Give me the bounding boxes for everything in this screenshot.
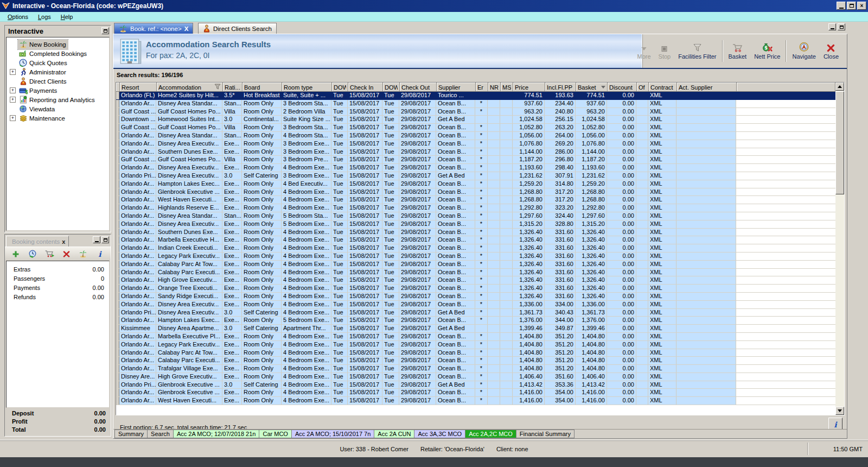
table-row[interactable]: Orlando Ar...Sandy Ridge Executi...Exe..…	[116, 293, 835, 301]
booking-contents-row[interactable]: Extras0.00	[7, 264, 109, 274]
navigate-button[interactable]: Navigate	[788, 41, 819, 61]
expand-icon[interactable]: +	[10, 97, 16, 103]
table-row[interactable]: Orlando Ar...Indian Creek Executi...Exe.…	[116, 244, 835, 253]
filter-icon[interactable]	[214, 84, 221, 91]
table-row[interactable]: Orlando Ar...Disney Area Standar...Stan.…	[116, 212, 835, 220]
sidebar-item-completed-bookings[interactable]: Completed Bookings	[7, 49, 109, 58]
table-row[interactable]: KissimmeeDisney Area Apartme...3.0Self C…	[116, 325, 835, 333]
table-row[interactable]: Orlando Ar...Calabay Parc At Tow...Exe..…	[116, 349, 835, 357]
table-row[interactable]: Orlando Ar...Calabay Parc At Tow...Exe..…	[116, 261, 835, 269]
table-row[interactable]: Orlando Ar...Legacy Park Executiv...Exe.…	[116, 341, 835, 349]
bottom-tab-financial-summary[interactable]: Financial Summary	[516, 430, 575, 438]
maximize-tab-button[interactable]	[838, 23, 845, 30]
bottom-tab-search[interactable]: Search	[148, 430, 174, 438]
bottom-tab-acc-2a-2c-mco[interactable]: Acc 2A,2C MCO	[465, 430, 516, 438]
column-header-resort[interactable]: Resort	[120, 83, 157, 92]
table-row[interactable]: Disney Are...High Grove Executiv...Exe..…	[116, 373, 835, 381]
table-row[interactable]: Orlando Ar...Disney Area Executiv...Exe.…	[116, 164, 835, 172]
minimize-tab-button[interactable]	[828, 23, 836, 30]
table-row[interactable]: Orlando Ar...Disney Area Executiv...Exe.…	[116, 301, 835, 309]
booking-contents-row[interactable]: Refunds0.00	[7, 292, 109, 301]
booking-contents-row[interactable]: Passengers0	[7, 274, 109, 283]
nett-price-button[interactable]: $Nett Price	[750, 41, 784, 61]
quote-clock-button[interactable]	[28, 250, 37, 258]
sidebar-item-reporting-and-analytics[interactable]: +Reporting and Analytics	[7, 95, 109, 104]
column-header-dow[interactable]: DOW	[332, 83, 348, 92]
sidebar-item-payments[interactable]: +$Payments	[7, 86, 109, 95]
sidebar-item-direct-clients[interactable]: Direct Clients	[7, 77, 109, 86]
table-row[interactable]: Gulf Coast ...Gulf Coast Homes Po...Vill…	[116, 156, 835, 164]
menu-item-options[interactable]: Options	[3, 13, 33, 21]
minimize-panel-button[interactable]	[93, 236, 100, 243]
table-row[interactable]: Orlando (FL)Home2 Suites by Hilt...3.5*H…	[116, 92, 835, 100]
table-row[interactable]: Orlando Pri...Glenbrook Executive ...3.0…	[116, 381, 835, 389]
collapse-panel-button[interactable]	[101, 27, 109, 34]
column-header-dow[interactable]: DOW	[383, 83, 400, 92]
column-header-er[interactable]: Er	[476, 83, 488, 92]
table-row[interactable]: Downtown ...Homewood Suites Int...3.0Con…	[116, 116, 835, 124]
column-header-act-supplier[interactable]: Act. Supplier	[677, 83, 737, 92]
table-row[interactable]: Orlando Ar...Calabay Parc Executi...Exe.…	[116, 357, 835, 365]
table-row[interactable]: Orlando Ar...Disney Area Standar...Stan.…	[116, 100, 835, 108]
table-row[interactable]: Orlando Ar...Legacy Park Executiv...Exe.…	[116, 253, 835, 261]
menu-item-help[interactable]: Help	[56, 13, 78, 21]
table-row[interactable]: Orlando Ar...Orange Tree Executi...Exe..…	[116, 285, 835, 293]
sidebar-item-new-booking[interactable]: New Booking	[7, 40, 109, 49]
column-header-accommodation[interactable]: Accommodation	[157, 83, 223, 92]
table-row[interactable]: Orlando Ar...West Haven Executi...Exe...…	[116, 196, 835, 204]
sidebar-item-quick-quotes[interactable]: Quick Quotes	[7, 58, 109, 67]
tab-book-ref-none-[interactable]: Book. ref.: <none>X	[114, 23, 193, 34]
booking-contents-tab[interactable]: Booking contents x	[6, 236, 69, 247]
basket-add-button[interactable]	[44, 250, 54, 258]
table-row[interactable]: Orlando Ar...Glenbrook Executive ...Exe.…	[116, 389, 835, 397]
close-icon[interactable]: x	[62, 238, 65, 245]
expand-icon[interactable]: +	[10, 69, 16, 75]
table-row[interactable]: Orlando Ar...Southern Dunes Exe...Exe...…	[116, 148, 835, 156]
table-row[interactable]: Orlando Ar...Disney Area Executiv...Exe.…	[116, 140, 835, 148]
table-row[interactable]: Orlando Ar...Trafalgar Village Exe...Exe…	[116, 365, 835, 373]
menu-item-logs[interactable]: Logs	[34, 13, 55, 21]
column-header-board[interactable]: Board	[242, 83, 282, 92]
expand-icon[interactable]: +	[10, 87, 16, 93]
column-header-supplier[interactable]: Supplier	[437, 83, 476, 92]
table-row[interactable]: Orlando Ar...Marbella Executive H...Exe.…	[116, 236, 835, 244]
close-button[interactable]: Close	[820, 41, 843, 61]
sidebar-item-viewdata[interactable]: Viewdata	[7, 104, 109, 113]
table-row[interactable]: Orlando Pri...Disney Area Executiv...3.0…	[116, 309, 835, 317]
scrollbar-thumb[interactable]	[835, 91, 844, 194]
facilities-filter-button[interactable]: Facilities Filter	[674, 41, 720, 61]
column-header-contract[interactable]: Contract	[649, 83, 677, 92]
table-row[interactable]: Gulf Coast ...Gulf Coast Homes Po...Vill…	[116, 108, 835, 116]
bottom-tab-summary[interactable]: Summary	[114, 430, 148, 438]
table-row[interactable]: Orlando Ar...Glenbrook Executive ...Exe.…	[116, 188, 835, 197]
column-header-incl-fl-pp[interactable]: Incl.Fl.PP	[545, 83, 576, 92]
bottom-tab-acc-3a-3c-mco[interactable]: Acc 3A,3C MCO	[414, 430, 465, 438]
delete-button[interactable]	[61, 250, 71, 258]
table-row[interactable]: Orlando Ar...Marbella Executive Pl...Exe…	[116, 333, 835, 341]
bottom-tab-car-mco[interactable]: Car MCO	[259, 430, 291, 438]
column-header-of[interactable]: Of	[637, 83, 649, 92]
vertical-scrollbar[interactable]	[835, 83, 844, 415]
column-header-discount[interactable]: Discount	[608, 83, 637, 92]
column-header-room-type[interactable]: Room type	[282, 83, 332, 92]
table-row[interactable]: Orlando Ar...West Haven Executi...Exe...…	[116, 397, 835, 405]
add-button[interactable]	[11, 250, 21, 258]
column-header-check-in[interactable]: Check In	[348, 83, 383, 92]
column-header-ms[interactable]: MS	[501, 83, 513, 92]
bottom-tab-acc-2a-mco-12-07-2018-21n[interactable]: Acc 2A MCO; 12/07/2018 21n	[174, 430, 260, 438]
scroll-up-button[interactable]	[835, 83, 844, 91]
table-row[interactable]: Orlando Pri...Disney Area Executiv...3.0…	[116, 172, 835, 180]
expand-icon[interactable]: +	[10, 115, 16, 121]
table-row[interactable]: Orlando Ar...Calabay Parc Executi...Exe.…	[116, 269, 835, 277]
sidebar-item-maintenance[interactable]: +Maintenance	[7, 113, 109, 123]
scroll-down-button[interactable]	[835, 407, 844, 415]
table-row[interactable]: Orlando Ar...Southern Dunes Exe...Exe...…	[116, 229, 835, 237]
maximize-panel-button[interactable]	[101, 236, 109, 243]
column-header-basket[interactable]: Basket	[576, 83, 608, 92]
palm-tree-button[interactable]	[78, 250, 88, 258]
bottom-tab-acc-2a-mco-15-10-2017-7n[interactable]: Acc 2A MCO; 15/10/2017 7n	[292, 430, 374, 438]
column-header-price[interactable]: Price	[513, 83, 545, 92]
table-row[interactable]: Orlando Ar...Hampton Lakes Exec...Exe...…	[116, 317, 835, 325]
table-row[interactable]: Orlando Ar...Hampton Lakes Exec...Exe...…	[116, 180, 835, 188]
table-row[interactable]: Orlando Ar...Disney Area Executiv...Exe.…	[116, 220, 835, 229]
